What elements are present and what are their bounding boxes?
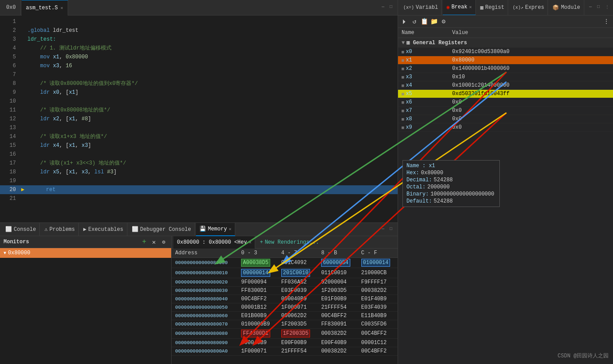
editor-tab-bar: 0x0 asm_test.S ✕ — □ xyxy=(0,0,398,15)
reg-row-x6[interactable]: ▦ x6 0x0 xyxy=(398,98,613,107)
bottom-minimize[interactable]: — xyxy=(382,226,388,233)
toolbar-icon-4[interactable]: 📁 xyxy=(430,18,438,26)
break-icon: ◉ xyxy=(446,4,449,11)
add-monitor-btn[interactable]: + xyxy=(140,238,148,246)
reg-row-x2[interactable]: ▦ x2 0x14000001b4000060 xyxy=(398,65,613,73)
tab-expressions[interactable]: (x)↗ Expres xyxy=(509,0,548,15)
code-text-6: mov x3, 16 xyxy=(27,61,72,70)
tab-variables[interactable]: (x=) Variabl xyxy=(400,0,442,15)
no-break-12 xyxy=(21,117,26,121)
code-line-21: 21 xyxy=(0,194,398,203)
reg-row-x7[interactable]: ▦ x7 0x0 xyxy=(398,107,613,115)
toolbar-icon-2[interactable]: ↺ xyxy=(410,18,418,26)
reg-name-x5: ▦ x5 xyxy=(402,91,445,97)
memory-table-scroll[interactable]: Address 0 - 3 4 - 7 8 - B C - F 00000000… xyxy=(172,249,398,364)
reg-row-x1[interactable]: ▦ x1 0x80000 xyxy=(398,56,613,65)
mem-cell-9-2: E00F40B9 xyxy=(318,339,357,347)
reg-row-x5[interactable]: ▦ x5 0xd503201fd10043ff xyxy=(398,90,613,98)
tab-0x0[interactable]: 0x0 xyxy=(2,0,21,15)
mem-addr-7: 000000000000080070 xyxy=(172,320,238,329)
remove-monitor-btn[interactable]: ✕ xyxy=(150,238,158,246)
memory-main: 0x80000 : 0x80000 <Hey ✕ + New Rendering… xyxy=(172,236,398,364)
tab-modules[interactable]: 📦 Module xyxy=(549,0,584,15)
maximize-btn[interactable]: □ xyxy=(390,4,396,11)
memory-tab-bar: 0x80000 : 0x80000 <Hey ✕ + New Rendering… xyxy=(172,236,398,249)
reg-type-icon: ▦ xyxy=(402,58,404,63)
toolbar-icon-1[interactable]: ⏵ xyxy=(401,18,409,26)
monitor-item-0x80000[interactable]: ▼ 0x80000 xyxy=(0,248,171,258)
break-tab-close[interactable]: ✕ xyxy=(469,4,472,10)
tab-debugger-console[interactable]: ⬜ Debugger Console xyxy=(128,223,195,236)
line-num-7: 7 xyxy=(4,70,16,79)
toolbar-menu[interactable]: ⋮ xyxy=(602,18,610,26)
reg-label: x8 xyxy=(406,116,412,122)
executables-icon: ▶ xyxy=(83,226,86,233)
debugger-console-icon: ⬜ xyxy=(132,226,138,233)
mem-cell-4-3: E01F40B9 xyxy=(358,295,398,303)
toolbar-icon-5[interactable]: ⚙ xyxy=(440,18,448,26)
bottom-window-controls: — □ xyxy=(382,226,396,233)
code-line-8: 8 /* 读取0x80000地址的值到x0寄存器*/ xyxy=(0,79,398,88)
mem-cell-8-0: FF4300D1 xyxy=(238,329,277,339)
expressions-icon: (x)↗ xyxy=(513,5,523,10)
register-table: Name Value ▼▦ General Registers ▦ x0 0x9… xyxy=(398,28,613,132)
new-renderings-btn[interactable]: + New Renderings... xyxy=(256,239,322,245)
register-table-container[interactable]: Name Value ▼▦ General Registers ▦ x0 0x9… xyxy=(398,28,613,364)
line-num-8: 8 xyxy=(4,79,16,88)
tab-asm-test[interactable]: asm_test.S ✕ xyxy=(22,0,68,15)
line-num-10: 10 xyxy=(4,97,16,106)
tab-registers[interactable]: ▦ Regist xyxy=(477,0,508,15)
reg-name-x9: ▦ x9 xyxy=(402,124,445,130)
mem-cell-4-2: E01F00B9 xyxy=(318,295,357,303)
registers-label: Regist xyxy=(485,4,504,11)
reg-row-x8[interactable]: ▦ x8 0x0 xyxy=(398,115,613,123)
line-num-18: 18 xyxy=(4,168,16,176)
tooltip-panel: Name : x1 Hex: 0x80000 Decimal: 524288 O… xyxy=(402,160,500,207)
problems-icon: ⚠ xyxy=(44,226,47,233)
reg-row-x3[interactable]: ▦ x3 0x10 xyxy=(398,73,613,81)
right-menu[interactable]: ⋮ xyxy=(605,4,611,11)
code-line-19: 19 xyxy=(0,176,398,185)
console-icon: ⬜ xyxy=(5,226,12,233)
settings-monitor-btn[interactable]: ⚙ xyxy=(160,238,168,246)
mem-row-7: 0000000000000800700100000B91F2003D5FF830… xyxy=(172,320,398,329)
memory-label: Memory xyxy=(208,226,227,232)
line-num-1: 1 xyxy=(4,17,16,26)
code-line-18: 18 ldr x5, [x1, x3, lsl #3] xyxy=(0,168,398,176)
tab-problems[interactable]: ⚠ Problems xyxy=(41,223,79,236)
mem-cell-5-2: 21FFFF54 xyxy=(318,303,357,312)
code-editor[interactable]: 1 2 .global ldr_test 3 ldr_test: 4 // 1. xyxy=(0,15,398,222)
mem-cell-1-2: 011C0010 xyxy=(318,268,357,278)
tab-breakpoints[interactable]: ◉ Break ✕ xyxy=(443,0,475,15)
no-break-9 xyxy=(21,90,26,95)
reg-value-x0: 0x92401c00d53800a0 xyxy=(452,49,510,55)
line-num-15: 15 xyxy=(4,141,16,150)
code-text-18: ldr x5, [x1, x3, lsl #3] xyxy=(27,168,117,176)
mem-cell-6-1: 000062D2 xyxy=(278,312,318,320)
memory-tab-close[interactable]: ✕ xyxy=(229,226,231,232)
mem-cell-3-0: FF8300D1 xyxy=(238,287,277,295)
right-maximize[interactable]: □ xyxy=(597,4,603,11)
bottom-panel: ⬜ Console ⚠ Problems ▶ Executables ⬜ Deb… xyxy=(0,222,398,364)
tab-console[interactable]: ⬜ Console xyxy=(2,223,40,236)
tooltip-decimal-key: Decimal: xyxy=(406,177,432,183)
toolbar-icon-3[interactable]: 📋 xyxy=(420,18,428,26)
memory-tab-0x80000[interactable]: 0x80000 : 0x80000 <Hey ✕ xyxy=(173,236,255,249)
mem-cell-8-3: 00C4BFF2 xyxy=(358,329,398,339)
right-minimize[interactable]: — xyxy=(589,4,595,11)
code-line-3: 3 ldr_test: xyxy=(0,35,398,44)
reg-row-x4[interactable]: ▦ x4 0x10001c2014000000 xyxy=(398,81,613,90)
memory-tab-0x80000-close[interactable]: ✕ xyxy=(249,240,251,245)
tab-close-icon[interactable]: ✕ xyxy=(61,5,63,11)
tooltip-hex-row: Hex: 0x80000 xyxy=(406,169,496,176)
mem-cell-8-1: 1F2003D5 xyxy=(278,329,318,339)
tab-executables[interactable]: ▶ Executables xyxy=(80,223,127,236)
reg-row-x0[interactable]: ▦ x0 0x92401c00d53800a0 xyxy=(398,48,613,56)
reg-row-x9[interactable]: ▦ x9 0x0 xyxy=(398,123,613,132)
tab-memory[interactable]: 💾 Memory ✕ xyxy=(196,223,235,236)
line-num-3: 3 xyxy=(4,35,16,44)
minimize-btn[interactable]: — xyxy=(382,4,388,11)
bottom-maximize[interactable]: □ xyxy=(390,226,396,233)
mem-cell-7-0: 0100000B9 xyxy=(238,320,277,329)
line-num-13: 13 xyxy=(4,123,16,132)
